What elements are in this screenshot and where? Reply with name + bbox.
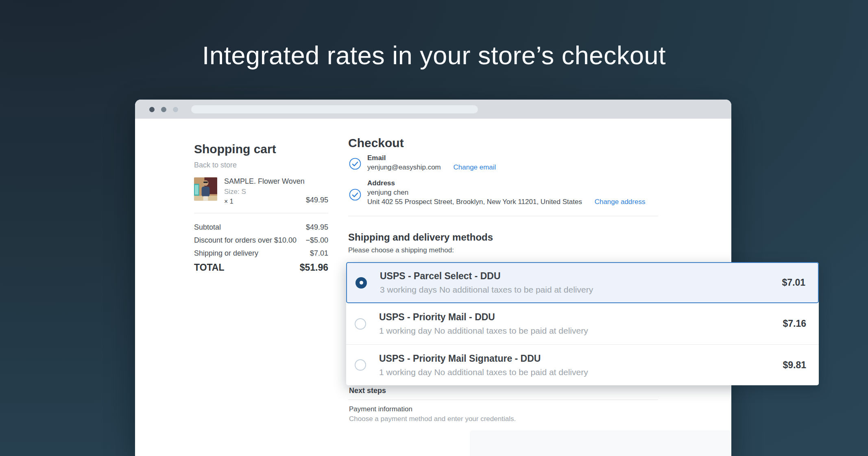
product-price: $49.95 (306, 196, 328, 204)
shipping-methods-subheading: Please choose a shipping method: (348, 246, 454, 254)
shipping-option-description: 3 working days No additional taxes to be… (380, 285, 593, 295)
cart-divider (194, 213, 328, 213)
total-value: $51.96 (300, 262, 328, 273)
checkout-divider (348, 216, 658, 216)
shipping-methods-heading: Shipping and delivery methods (348, 232, 493, 243)
shipping-option-description: 1 working day No additional taxes to be … (379, 367, 588, 377)
payment-information-description: Choose a payment method and enter your c… (349, 415, 516, 423)
cart-row-discount: Discount for orders over $10.00 −$5.00 (194, 236, 328, 245)
cart-title: Shopping cart (194, 142, 276, 156)
row-value: $49.95 (306, 223, 328, 232)
radio-unselected-icon[interactable] (355, 359, 366, 371)
change-address-link[interactable]: Change address (595, 198, 646, 206)
back-to-store-link[interactable]: Back to store (194, 161, 237, 169)
cart-row-total: TOTAL $51.96 (194, 262, 328, 273)
payment-information-title: Payment information (349, 405, 412, 413)
shipping-options-panel: USPS - Parcel Select - DDU 3 working day… (346, 262, 819, 385)
shipping-option-price: $7.16 (783, 318, 806, 329)
address-label: Address (367, 180, 645, 187)
shipping-option-priority-mail[interactable]: USPS - Priority Mail - DDU 1 working day… (346, 303, 819, 344)
shipping-option-price: $7.01 (782, 277, 805, 288)
cart-row-subtotal: Subtotal $49.95 (194, 223, 328, 232)
total-label: TOTAL (194, 262, 225, 273)
shipping-option-priority-mail-signature[interactable]: USPS - Priority Mail Signature - DDU 1 w… (346, 344, 819, 385)
product-size: Size: S (224, 188, 305, 196)
next-steps-heading: Next steps (349, 387, 386, 395)
product-thumbnail-image (194, 177, 217, 201)
change-email-link[interactable]: Change email (453, 163, 496, 171)
url-bar[interactable] (191, 105, 478, 113)
window-control-dot[interactable] (161, 107, 166, 112)
shipping-option-name: USPS - Priority Mail Signature - DDU (379, 353, 588, 364)
hero-background: Integrated rates in your store’s checkou… (0, 0, 868, 456)
shipping-option-name: USPS - Parcel Select - DDU (380, 271, 593, 282)
address-full: Unit 402 55 Prospect Street, Brooklyn, N… (367, 198, 582, 206)
address-name: yenjung chen (367, 189, 645, 196)
shipping-option-name: USPS - Priority Mail - DDU (379, 312, 588, 323)
row-label: Subtotal (194, 223, 221, 232)
checkout-step-address: Address yenjung chen Unit 402 55 Prospec… (349, 180, 645, 206)
row-value: $7.01 (310, 249, 328, 258)
check-circle-icon (349, 189, 361, 201)
row-value: −$5.00 (305, 236, 328, 245)
shipping-option-parcel-select[interactable]: USPS - Parcel Select - DDU 3 working day… (346, 262, 819, 303)
radio-unselected-icon[interactable] (355, 318, 366, 330)
product-name: SAMPLE. Flower Woven (224, 177, 305, 186)
check-circle-icon (349, 158, 361, 170)
product-quantity: × 1 (224, 198, 305, 205)
cart-item-row: SAMPLE. Flower Woven Size: S × 1 $49.95 (194, 177, 328, 205)
window-control-dot[interactable] (149, 107, 155, 112)
radio-selected-icon[interactable] (355, 277, 367, 289)
hero-title: Integrated rates in your store’s checkou… (0, 41, 868, 70)
product-photo-illustration (194, 177, 217, 201)
cart-row-shipping: Shipping or delivery $7.01 (194, 249, 328, 258)
window-control-dot[interactable] (173, 107, 178, 112)
payment-method-placeholder (470, 430, 731, 456)
row-label: Shipping or delivery (194, 249, 258, 258)
email-label: Email (367, 154, 496, 162)
row-label: Discount for orders over $10.00 (194, 236, 297, 245)
checkout-title: Checkout (348, 136, 404, 150)
checkout-step-email: Email yenjung@easyship.com Change email (349, 154, 496, 171)
next-steps-divider (348, 400, 658, 400)
email-value: yenjung@easyship.com (367, 163, 441, 171)
shipping-option-description: 1 working day No additional taxes to be … (379, 326, 588, 336)
shipping-option-price: $9.81 (783, 360, 806, 371)
